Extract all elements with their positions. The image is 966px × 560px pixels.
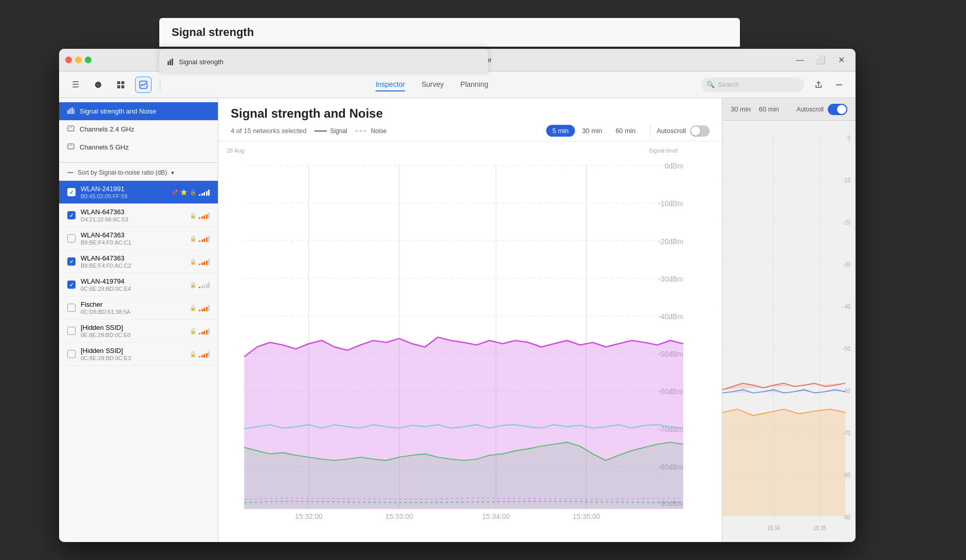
sidebar-item-signal-noise[interactable]: Signal strength and Noise xyxy=(59,102,218,120)
legend-noise: Noise xyxy=(356,127,387,135)
network-info-fischer: Fischer 0C:D6:BD:61:38:5A xyxy=(81,301,190,315)
network-icons-wlan419794: 🔒 xyxy=(190,281,210,288)
network-mac-wlan419794: 0C:8E:29:BD:0C:E4 xyxy=(81,286,190,292)
search-bar[interactable]: 🔍 Search xyxy=(701,78,804,92)
network-item-wlan419794[interactable]: ✓ WLAN-419794 0C:8E:29:BD:0C:E4 🔒 xyxy=(59,273,218,296)
lock-icon-wlan647363b: 🔒 xyxy=(190,235,197,242)
svg-rect-72 xyxy=(172,59,173,65)
tab-survey[interactable]: Survey xyxy=(421,78,444,91)
close-win-button[interactable]: ✕ xyxy=(833,52,849,68)
menu-button[interactable]: ☰ xyxy=(67,77,84,93)
svg-point-10 xyxy=(837,84,838,85)
network-item-wlan647363b[interactable]: WLAN-647363 B8:BE:F4:F0:AC:C1 🔒 xyxy=(59,227,218,250)
svg-text:-40dBm: -40dBm xyxy=(658,312,683,321)
maximize-button[interactable] xyxy=(85,57,91,63)
time-btn-60min[interactable]: 60 min xyxy=(609,125,642,137)
record-button[interactable] xyxy=(90,77,106,93)
signal-bars-fischer xyxy=(199,304,210,311)
network-name-wlan647363c: WLAN-647363 xyxy=(81,254,190,262)
svg-rect-14 xyxy=(71,107,73,114)
secondary-window-title: Signal strength xyxy=(179,58,224,66)
svg-rect-5 xyxy=(121,81,124,84)
toolbar-right xyxy=(810,77,847,93)
signal-bars-hidden-b xyxy=(199,350,210,358)
right-fill-orange xyxy=(722,409,845,516)
toolbar: ☰ Inspector Survey Planning 🔍 Search xyxy=(59,71,856,98)
network-item-wlan241991[interactable]: ✓ WLAN-241991 B0:45:02:05:FF:59 📌 ⭐ 🔒 xyxy=(59,181,218,204)
network-name-hidden-b: [Hidden SSID] xyxy=(81,347,190,354)
nav-tabs: Inspector Survey Planning xyxy=(169,78,695,91)
traffic-lights xyxy=(65,57,91,63)
minimize-button[interactable] xyxy=(75,57,82,63)
network-name-wlan419794: WLAN-419794 xyxy=(81,277,190,285)
date-label: 28 Aug xyxy=(227,147,244,154)
svg-point-3 xyxy=(96,83,100,87)
star-icon: ⭐ xyxy=(180,189,188,196)
content-controls: 4 of 15 networks selected Signal Noise xyxy=(231,125,710,137)
network-info-wlan647363a: WLAN-647363 D4:21:22:66:6C:53 xyxy=(81,208,190,222)
autoscroll-area: Autoscroll xyxy=(650,125,710,137)
graph-view-button[interactable] xyxy=(135,77,152,93)
table-view-button[interactable] xyxy=(113,77,129,93)
sidebar: Signal strength and Noise Channels 2.4 G… xyxy=(59,98,218,542)
network-icons-fischer: 🔒 xyxy=(190,304,210,311)
lock-icon-hidden-a: 🔒 xyxy=(190,328,197,334)
network-item-hidden-a[interactable]: [Hidden SSID] 0E:8E:29:BD:0C:E0 🔒 xyxy=(59,320,218,343)
sidebar-item-label-signal: Signal strength and Noise xyxy=(80,107,210,115)
right-time-btn-30min[interactable]: 30 min xyxy=(731,105,751,113)
right-time-btn-60min[interactable]: 60 min xyxy=(759,105,779,113)
sort-bar[interactable]: Sort by Signal-to-noise ratio (dB) ▼ xyxy=(59,165,218,181)
network-item-wlan647363c[interactable]: ✓ WLAN-647363 B8:BE:F4:F0:AC:C2 🔒 xyxy=(59,250,218,273)
search-placeholder: Search xyxy=(718,81,739,88)
network-checkbox-hidden-a[interactable] xyxy=(67,327,76,335)
network-checkbox-hidden-b[interactable] xyxy=(67,350,76,358)
svg-text:15:32:00: 15:32:00 xyxy=(295,512,323,520)
network-info-hidden-b: [Hidden SSID] 0C:8E:29:BD:0C:E3 xyxy=(81,347,190,361)
svg-text:0dBm: 0dBm xyxy=(665,162,683,170)
desktop: S NetSpot - Inspector — ⬜ ✕ ☰ xyxy=(0,0,966,560)
time-btn-30min[interactable]: 30 min xyxy=(576,125,608,137)
more-button[interactable] xyxy=(831,77,847,93)
svg-text:15:33:00: 15:33:00 xyxy=(385,512,413,520)
signal-bars-wlan647363c xyxy=(199,258,210,265)
sidebar-item-channels-5[interactable]: Channels 5 GHz xyxy=(59,138,218,156)
network-checkbox-wlan419794[interactable]: ✓ xyxy=(67,281,76,289)
sort-label: Sort by Signal-to-noise ratio (dB) xyxy=(78,169,167,176)
network-item-fischer[interactable]: Fischer 0C:D6:BD:61:38:5A 🔒 xyxy=(59,296,218,320)
share-button[interactable] xyxy=(810,77,827,93)
content-area: Signal strength and Noise 4 of 15 networ… xyxy=(218,98,722,542)
tab-inspector[interactable]: Inspector xyxy=(376,78,405,91)
right-chart-svg: 0 -10 -20 -30 -40 -50 -60 -70 -80 -90 xyxy=(722,121,856,542)
time-btn-5min[interactable]: 5 min xyxy=(546,125,575,137)
signal-bars-wlan241991 xyxy=(199,189,210,196)
resize-win-button[interactable]: ⬜ xyxy=(812,52,829,68)
svg-rect-15 xyxy=(73,109,75,114)
svg-text:15:34:00: 15:34:00 xyxy=(482,512,510,520)
tab-planning[interactable]: Planning xyxy=(460,78,489,91)
svg-text:-50: -50 xyxy=(843,345,850,352)
svg-text:16:34: 16:34 xyxy=(767,525,780,531)
minimize-win-button[interactable]: — xyxy=(792,52,808,68)
network-checkbox-wlan241991[interactable]: ✓ xyxy=(67,188,76,196)
svg-rect-7 xyxy=(121,85,124,88)
autoscroll-toggle[interactable] xyxy=(690,125,710,137)
lock-icon-wlan647363c: 🔒 xyxy=(190,258,197,265)
bar-chart-icon xyxy=(67,107,75,116)
svg-text:16:35: 16:35 xyxy=(813,525,826,531)
sidebar-item-channels-24[interactable]: Channels 2.4 GHz xyxy=(59,120,218,138)
right-autoscroll-toggle[interactable] xyxy=(828,104,847,115)
network-checkbox-wlan647363a[interactable]: ✓ xyxy=(67,211,76,219)
pin-icon: 📌 xyxy=(171,189,178,196)
network-checkbox-wlan647363c[interactable]: ✓ xyxy=(67,257,76,266)
close-button[interactable] xyxy=(65,57,72,63)
network-mac-wlan647363a: D4:21:22:66:6C:53 xyxy=(81,216,190,222)
main-content: Signal strength and Noise Channels 2.4 G… xyxy=(59,98,856,542)
network-list: ✓ WLAN-241991 B0:45:02:05:FF:59 📌 ⭐ 🔒 xyxy=(59,181,218,542)
sidebar-views: Signal strength and Noise Channels 2.4 G… xyxy=(59,98,218,160)
network-checkbox-wlan647363b[interactable] xyxy=(67,234,76,242)
svg-text:-30dBm: -30dBm xyxy=(658,275,683,283)
network-item-wlan647363a[interactable]: ✓ WLAN-647363 D4:21:22:66:6C:53 🔒 xyxy=(59,204,218,227)
network-checkbox-fischer[interactable] xyxy=(67,304,76,312)
network-item-hidden-b[interactable]: [Hidden SSID] 0C:8E:29:BD:0C:E3 🔒 xyxy=(59,343,218,366)
large-window-title: Signal strength xyxy=(172,26,254,39)
